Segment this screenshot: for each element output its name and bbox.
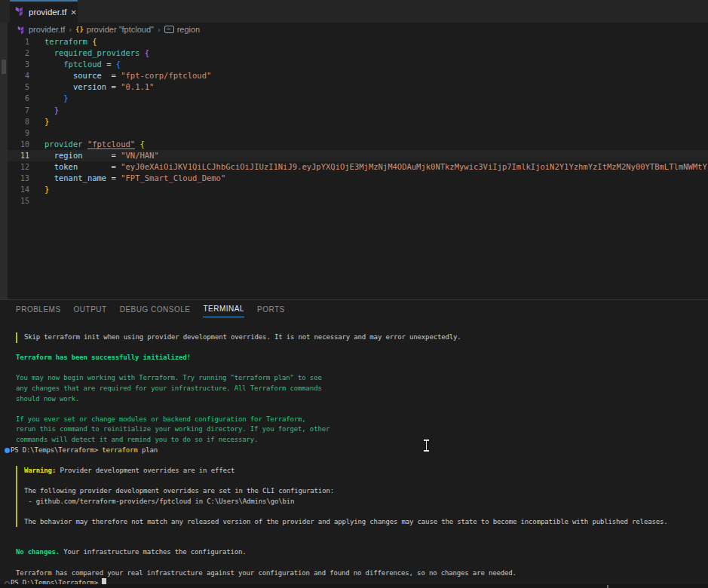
line-number[interactable]: 6: [8, 93, 35, 104]
text-segment: [83, 139, 87, 149]
terminal-line: commands will detect it and remind you t…: [0, 435, 708, 446]
code-line-2[interactable]: 2 required_providers {: [8, 47, 708, 59]
breadcrumb-label: region: [177, 25, 201, 34]
terminal-line: any changes that are required for your i…: [0, 384, 708, 394]
code-text: token = "eyJ0eXAiOiJKV1QiLCJhbGciOiJIUzI…: [35, 161, 708, 173]
panel-tab-problems[interactable]: PROBLEMS: [16, 301, 61, 317]
terminal-line: Skip terraform init when using provider …: [0, 332, 708, 343]
code-line-13[interactable]: 13 tenant_name = "FPT_Smart_Cloud_Demo": [8, 173, 708, 184]
terminal-line: No changes. Your infrastructure matches …: [0, 547, 708, 558]
line-number[interactable]: 10: [8, 139, 35, 150]
code-text: version = "0.1.1": [35, 81, 708, 93]
code-line-4[interactable]: 4 source = "fpt-corp/fptcloud": [8, 70, 708, 81]
command-success-decoration-icon[interactable]: [5, 448, 10, 453]
text-segment: rerun this command to reinitialize your …: [16, 425, 329, 433]
code-line-8[interactable]: 8}: [8, 116, 708, 127]
code-line-1[interactable]: 1terraform {: [8, 36, 708, 47]
code-line-12[interactable]: 12 token = "eyJ0eXAiOiJKV1QiLCJhbGciOiJI…: [8, 161, 708, 173]
terraform-icon: [17, 25, 26, 34]
text-segment: If you ever set or change modules or bac…: [16, 415, 306, 423]
panel-tab-debug-console[interactable]: DEBUG CONSOLE: [120, 301, 191, 317]
code-line-10[interactable]: 10provider "fptcloud" {: [8, 139, 708, 150]
text-segment: Provider development overrides are in ef…: [56, 467, 234, 474]
code-text: [35, 127, 708, 139]
line-number[interactable]: 12: [8, 161, 35, 173]
text-segment: Terraform has compared your real infrast…: [16, 569, 516, 577]
panel-tab-bar: PROBLEMSOUTPUTDEBUG CONSOLETERMINALPORTS: [16, 301, 285, 319]
code-line-3[interactable]: 3 fptcloud = {: [8, 59, 708, 70]
terminal-line: Warning: Provider development overrides …: [0, 466, 708, 476]
line-number[interactable]: 3: [8, 59, 35, 70]
terminal-line: If you ever set or change modules or bac…: [0, 415, 708, 425]
close-icon[interactable]: ✕: [71, 8, 77, 17]
breadcrumb: provider.tf›{}provider "fptcloud"›region: [17, 23, 200, 36]
text-segment: version: [73, 82, 106, 91]
text-segment: [44, 48, 54, 57]
editor-left-scrollbar: [0, 23, 8, 299]
line-number[interactable]: 2: [8, 47, 35, 59]
text-segment: Your infrastructure matches the configur…: [60, 548, 247, 556]
code-line-15[interactable]: 15: [8, 195, 708, 207]
line-number[interactable]: 4: [8, 70, 35, 81]
text-segment: should now work.: [16, 395, 79, 403]
text-segment: {: [116, 60, 121, 69]
text-segment: =: [78, 162, 121, 171]
code-line-5[interactable]: 5 version = "0.1.1": [8, 81, 708, 93]
code-text: }: [35, 184, 708, 195]
line-number[interactable]: 1: [8, 36, 35, 47]
terminal-line: Terraform has been successfully initiali…: [0, 353, 708, 363]
text-segment: plan: [138, 446, 158, 454]
text-segment: {: [145, 48, 149, 57]
scrollbar-thumb[interactable]: [2, 60, 6, 74]
text-segment: terraform: [44, 37, 87, 46]
terminal-line: [0, 363, 708, 374]
line-number[interactable]: 5: [8, 81, 35, 93]
panel-tab-ports[interactable]: PORTS: [257, 301, 285, 317]
line-number[interactable]: 8: [8, 116, 35, 127]
panel-tab-terminal[interactable]: TERMINAL: [203, 301, 244, 317]
code-text: }: [35, 105, 708, 116]
terminal-line: [0, 404, 708, 415]
line-number[interactable]: 13: [8, 173, 35, 184]
line-number[interactable]: 9: [8, 127, 35, 139]
text-segment: }: [44, 117, 49, 126]
code-line-14[interactable]: 14}: [8, 184, 708, 195]
code-text: }: [35, 93, 708, 104]
text-segment: commands will detect it and remind you t…: [16, 436, 258, 443]
terminal-line: [0, 343, 708, 354]
breadcrumb-item-provider-tf[interactable]: provider.tf: [17, 25, 65, 34]
breadcrumb-item-region[interactable]: region: [164, 25, 201, 34]
code-text: }: [35, 116, 708, 127]
code-line-9[interactable]: 9: [8, 127, 708, 139]
text-segment: "VN/HAN": [121, 151, 159, 160]
code-line-7[interactable]: 7 }: [8, 105, 708, 116]
panel-tab-output[interactable]: OUTPUT: [74, 301, 107, 317]
line-number[interactable]: 15: [8, 195, 35, 207]
code-text: provider "fptcloud" {: [35, 139, 708, 150]
text-segment: {: [139, 139, 144, 149]
line-number[interactable]: 11: [8, 150, 35, 161]
editor-tab-bar: provider.tf ✕: [0, 0, 708, 23]
code-line-11[interactable]: 11 region = "VN/HAN": [8, 150, 708, 161]
text-segment: [44, 60, 63, 69]
line-number[interactable]: 7: [8, 105, 35, 116]
code-editor[interactable]: 1terraform {2 required_providers {3 fptc…: [8, 36, 708, 217]
text-segment: required_providers: [54, 48, 140, 57]
terraform-file-icon: [15, 5, 25, 19]
line-number[interactable]: 14: [8, 184, 35, 195]
breadcrumb-label: provider.tf: [29, 25, 65, 34]
terminal-line: [0, 507, 708, 517]
text-segment: }: [44, 185, 49, 194]
scrollbar-tick: [607, 585, 608, 588]
text-segment: provider: [44, 139, 83, 149]
code-line-6[interactable]: 6 }: [8, 93, 708, 104]
tab-provider-tf[interactable]: provider.tf ✕: [10, 0, 78, 23]
terminal-output: Skip terraform init when using provider …: [0, 332, 708, 588]
breadcrumb-item-provider-fptcloud-[interactable]: {}provider "fptcloud": [75, 25, 154, 34]
text-segment: Skip terraform init when using provider …: [24, 333, 461, 341]
terminal-line: [0, 476, 708, 486]
terminal[interactable]: Skip terraform init when using provider …: [0, 321, 708, 588]
text-segment: [44, 162, 54, 171]
terminal-line: [0, 537, 708, 548]
code-text: tenant_name = "FPT_Smart_Cloud_Demo": [35, 173, 708, 184]
